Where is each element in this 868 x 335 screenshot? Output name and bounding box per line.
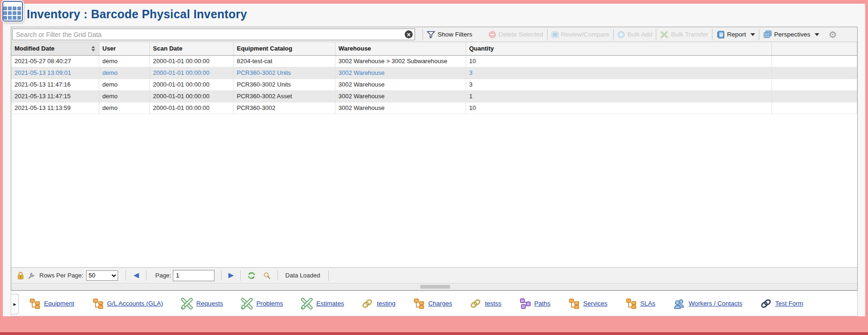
bulk-add-button[interactable]: Bulk Add bbox=[617, 31, 652, 38]
table-row[interactable]: 2021-05-13 11:47:16 demo 2000-01-01 00:0… bbox=[11, 79, 857, 90]
column-header-user[interactable]: User bbox=[99, 42, 149, 55]
review-list-icon bbox=[551, 31, 559, 38]
link-paths[interactable]: Paths bbox=[519, 298, 551, 309]
chain-gold-icon bbox=[470, 298, 482, 309]
bulk-transfer-label: Bulk Transfer bbox=[671, 31, 708, 38]
toolbar-separator bbox=[759, 29, 759, 40]
page-input[interactable] bbox=[173, 270, 215, 281]
table-row[interactable]: 2021-05-27 08:40:27 demo 2000-01-01 00:0… bbox=[11, 55, 857, 67]
tools-green-icon bbox=[181, 298, 193, 310]
show-filters-button[interactable]: Show Filters bbox=[427, 31, 472, 38]
inventory-grid-panel: Show Filters Delete Selected Review/Comp… bbox=[11, 27, 858, 291]
cell-modified-date: 2021-05-27 08:40:27 bbox=[11, 55, 99, 67]
link-slas[interactable]: SLAs bbox=[625, 298, 655, 309]
table-row[interactable]: 2021-05-13 11:47:15 demo 2000-01-01 00:0… bbox=[11, 90, 857, 102]
toolbar-separator bbox=[712, 29, 712, 40]
link-services[interactable]: Services bbox=[568, 298, 608, 309]
filter-funnel-icon bbox=[427, 31, 435, 38]
grid-status-text: Data Loaded bbox=[285, 272, 320, 279]
delete-selected-button[interactable]: Delete Selected bbox=[489, 31, 543, 38]
tree-orange-icon bbox=[29, 298, 41, 309]
search-wrap bbox=[12, 29, 415, 40]
sort-icon[interactable] bbox=[91, 46, 95, 51]
app-window: Inventory : Barcode Physical Inventory S… bbox=[3, 4, 865, 316]
plus-circle-icon bbox=[617, 31, 625, 38]
link-equipment[interactable]: Equipment bbox=[29, 298, 74, 309]
magnifier-icon[interactable] bbox=[263, 272, 271, 279]
cell-scan-date: 2000-01-01 00:00:00 bbox=[149, 90, 233, 102]
column-header-empty bbox=[772, 42, 857, 55]
cell-scan-date: 2000-01-01 00:00:00 bbox=[149, 79, 233, 90]
table-row-selected[interactable]: 2021-05-13 13:09:01 demo 2000-01-01 00:0… bbox=[11, 67, 857, 79]
pager-separator bbox=[328, 270, 329, 281]
column-header-equipment-catalog[interactable]: Equipment Catalog bbox=[233, 42, 335, 55]
cell-equipment-catalog: PCR360-3002 Units bbox=[233, 79, 335, 90]
cell-scan-date: 2000-01-01 00:00:00 bbox=[149, 55, 233, 67]
link-gl-accounts[interactable]: G/L Accounts (GLA) bbox=[92, 298, 163, 309]
page-label: Page: bbox=[155, 272, 171, 279]
tools-green-icon bbox=[301, 298, 313, 310]
report-label: Report bbox=[727, 31, 746, 38]
bulk-add-label: Bulk Add bbox=[627, 31, 652, 38]
link-testss[interactable]: testss bbox=[470, 298, 501, 309]
link-charges[interactable]: Charges bbox=[413, 298, 452, 309]
tree-orange-icon bbox=[413, 298, 425, 309]
paths-purple-icon bbox=[519, 298, 531, 309]
rows-per-page-label: Rows Per Page: bbox=[39, 272, 83, 279]
cell-user: demo bbox=[99, 102, 149, 114]
expand-arrow-icon[interactable] bbox=[11, 294, 19, 314]
scrollbar-thumb[interactable] bbox=[420, 285, 450, 289]
review-compare-button[interactable]: Review/Compare bbox=[551, 31, 610, 38]
chain-gold-icon bbox=[362, 298, 373, 309]
rows-per-page-select[interactable]: 50 bbox=[86, 270, 118, 281]
cell-warehouse: 3002 Warehouse bbox=[335, 79, 466, 90]
cell-equipment-catalog: 8204-test-cat bbox=[233, 55, 335, 67]
refresh-icon[interactable] bbox=[247, 271, 256, 280]
cell-warehouse: 3002 Warehouse bbox=[335, 67, 466, 79]
link-problems[interactable]: Problems bbox=[241, 298, 283, 310]
column-header-modified-date[interactable]: Modified Date bbox=[11, 42, 99, 55]
link-estimates[interactable]: Estimates bbox=[301, 298, 344, 310]
pager-separator bbox=[240, 270, 241, 281]
wrench-icon[interactable] bbox=[27, 271, 36, 280]
column-header-quantity[interactable]: Quantity bbox=[466, 42, 772, 55]
column-header-warehouse[interactable]: Warehouse bbox=[335, 42, 466, 55]
table-header-row: Modified Date User Scan Date Equipment C… bbox=[11, 42, 857, 55]
link-workers-contacts[interactable]: Workers / Contacts bbox=[673, 298, 742, 310]
column-header-scan-date[interactable]: Scan Date bbox=[149, 42, 233, 55]
grid-toolbar: Show Filters Delete Selected Review/Comp… bbox=[11, 27, 857, 42]
chevron-down-icon bbox=[815, 33, 819, 36]
report-notebook-icon bbox=[716, 30, 725, 39]
cell-scan-date: 2000-01-01 00:00:00 bbox=[149, 67, 233, 79]
cell-empty bbox=[772, 90, 857, 102]
cell-quantity: 10 bbox=[466, 102, 772, 114]
bulk-transfer-button[interactable]: Bulk Transfer bbox=[660, 31, 708, 38]
tree-orange-icon bbox=[625, 298, 637, 309]
search-input[interactable] bbox=[12, 29, 415, 40]
pager-separator bbox=[277, 270, 278, 281]
report-button[interactable]: Report bbox=[716, 30, 755, 39]
perspectives-button[interactable]: Perspectives bbox=[763, 30, 819, 39]
pager-separator bbox=[221, 270, 222, 281]
tree-orange-icon bbox=[568, 298, 580, 309]
toolbar-separator bbox=[613, 29, 614, 40]
page-title: Inventory : Barcode Physical Inventory bbox=[27, 7, 247, 21]
quick-links-bar: Equipment G/L Accounts (GLA) Requests Pr… bbox=[11, 291, 858, 316]
link-requests[interactable]: Requests bbox=[181, 298, 223, 310]
table-row[interactable]: 2021-05-13 11:13:59 demo 2000-01-01 00:0… bbox=[11, 102, 857, 114]
lock-icon[interactable] bbox=[17, 271, 24, 280]
horizontal-scrollbar[interactable] bbox=[11, 283, 857, 290]
tree-orange-icon bbox=[92, 298, 104, 309]
cell-warehouse: 3002 Warehouse bbox=[335, 90, 466, 102]
cell-modified-date: 2021-05-13 13:09:01 bbox=[11, 67, 99, 79]
next-page-icon[interactable] bbox=[228, 272, 234, 279]
chevron-down-icon bbox=[750, 33, 755, 36]
prev-page-icon[interactable] bbox=[134, 272, 139, 279]
link-testing[interactable]: testing bbox=[362, 298, 395, 309]
cell-user: demo bbox=[99, 90, 149, 102]
perspectives-stack-icon bbox=[763, 30, 772, 39]
link-test-form[interactable]: Test Form bbox=[760, 298, 803, 309]
clear-circle-x-icon[interactable] bbox=[405, 30, 413, 38]
gear-icon[interactable]: ⚙ bbox=[829, 30, 837, 39]
cell-empty bbox=[772, 55, 857, 67]
